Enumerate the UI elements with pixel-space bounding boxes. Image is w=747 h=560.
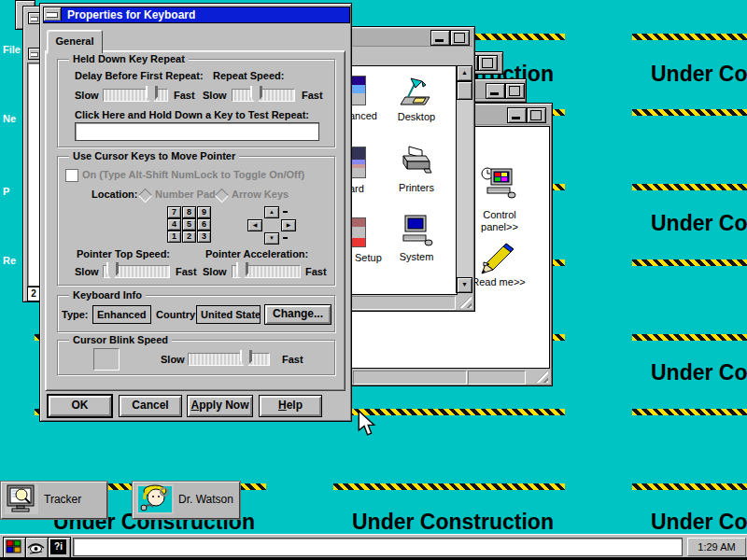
change-button[interactable]: Change...: [264, 304, 331, 325]
country-label: Country:: [156, 309, 199, 320]
slider-thumb[interactable]: [236, 262, 248, 280]
scroll-up-icon[interactable]: ▲: [457, 65, 472, 81]
numpad-keys: 789456123: [167, 206, 210, 244]
repeat-speed-slider[interactable]: [232, 89, 295, 102]
type-label: Type:: [62, 309, 89, 320]
desktop-icon-label[interactable]: Re: [3, 255, 16, 266]
minimize-button[interactable]: [507, 107, 527, 123]
keyboard-properties-dialog[interactable]: Properties for Keyboard General Held Dow…: [39, 3, 352, 422]
tab-general[interactable]: General: [47, 30, 103, 54]
clipped-icon-label[interactable]: anced: [349, 110, 377, 121]
shortcut-label[interactable]: Read me>>: [467, 276, 530, 287]
numberpad-radio[interactable]: [138, 189, 153, 203]
taskbar: ?i 1:29 AM: [0, 534, 747, 558]
numpad-key-2[interactable]: 2: [182, 231, 196, 243]
resize-grip[interactable]: [536, 371, 548, 383]
help-info-icon: ?i: [50, 539, 66, 554]
maximize-button[interactable]: [527, 107, 546, 123]
taskbar-input-field[interactable]: [73, 538, 683, 556]
numpad-key-5[interactable]: 5: [182, 218, 196, 231]
dr-watson-icon[interactable]: [136, 484, 174, 514]
clipped-icon[interactable]: [351, 147, 366, 178]
icon-label[interactable]: Printers: [390, 182, 443, 193]
icon-label[interactable]: Desktop: [390, 111, 443, 122]
background-key-button[interactable]: 2: [27, 287, 40, 301]
pointer-top-speed-label: Pointer Top Speed:: [77, 248, 170, 259]
status-bar-panel: [353, 371, 467, 385]
numpad-key-4[interactable]: 4: [167, 218, 181, 231]
shortcut-label[interactable]: Control: [473, 209, 526, 220]
numpad-key-6[interactable]: 6: [197, 218, 211, 231]
group-label: Use Cursor Keys to Move Pointer: [69, 150, 239, 161]
arrowkeys-radio-label: Arrow Keys: [232, 189, 289, 200]
delay-slider[interactable]: [103, 89, 168, 102]
control-panel-shortcut-icon[interactable]: [480, 165, 517, 203]
maximize-button[interactable]: [478, 55, 498, 71]
system-icon[interactable]: [400, 214, 433, 247]
minimize-button[interactable]: [430, 30, 450, 46]
dialog-title-bar[interactable]: Properties for Keyboard: [43, 7, 350, 23]
pointer-acceleration-slider[interactable]: [232, 265, 301, 278]
ok-button[interactable]: OK: [48, 395, 112, 417]
system-menu-icon[interactable]: [44, 7, 62, 21]
arrow-up-key[interactable]: ▲: [264, 206, 279, 218]
group-label: Cursor Blink Speed: [69, 334, 172, 345]
arrow-left-key[interactable]: ◀: [247, 219, 262, 231]
construction-tape: [632, 334, 747, 341]
printers-icon[interactable]: [400, 145, 433, 178]
arrow-down-key[interactable]: ▼: [264, 232, 279, 245]
dr-watson-minimized-window[interactable]: Dr. Watson: [133, 482, 240, 519]
test-repeat-input[interactable]: [75, 122, 319, 141]
desktop-icon-label[interactable]: P: [3, 186, 9, 197]
numpad-key-7[interactable]: 7: [167, 206, 181, 218]
slow-label: Slow: [75, 90, 99, 101]
maximize-button[interactable]: [505, 83, 525, 99]
tracker-icon[interactable]: [5, 484, 38, 514]
appearance-button[interactable]: [25, 537, 49, 559]
slider-thumb[interactable]: [146, 86, 158, 104]
tracker-minimized-window[interactable]: Tracker: [1, 482, 107, 519]
scrollbar-thumb[interactable]: [457, 81, 472, 100]
apply-now-button[interactable]: Apply Now: [187, 395, 253, 417]
desktop-icon-label[interactable]: File: [3, 44, 21, 55]
shortcut-label[interactable]: panel>>: [473, 221, 526, 232]
desktop-icon[interactable]: [400, 75, 433, 108]
minimize-button[interactable]: [486, 83, 505, 99]
slider-thumb[interactable]: [106, 262, 119, 280]
arrowkeys-radio[interactable]: [215, 189, 230, 203]
scrollbar[interactable]: ▲ ▼: [456, 65, 472, 293]
construction-tape: [632, 259, 747, 266]
slider-thumb[interactable]: [240, 350, 252, 368]
slow-label: Slow: [203, 90, 227, 101]
cursor-blink-slider[interactable]: [188, 353, 270, 366]
readme-shortcut-icon[interactable]: [480, 242, 517, 277]
cancel-button[interactable]: Cancel: [119, 395, 182, 417]
numpad-key-8[interactable]: 8: [182, 206, 196, 218]
windows-flag-icon: [4, 538, 23, 556]
slow-label: Slow: [75, 266, 99, 277]
numpad-key-3[interactable]: 3: [197, 231, 211, 243]
help-button[interactable]: Help: [259, 395, 322, 417]
scroll-down-icon[interactable]: ▼: [457, 277, 472, 293]
start-windows-button[interactable]: [3, 537, 26, 559]
fast-label: Fast: [305, 266, 327, 277]
help-info-button[interactable]: ?i: [48, 537, 71, 559]
clipped-icon-label[interactable]: Setup: [355, 252, 382, 263]
group-held-down-key-repeat: Held Down Key Repeat Delay Before First …: [57, 59, 335, 147]
on-checkbox[interactable]: [65, 169, 78, 182]
group-cursor-keys-move-pointer: Use Cursor Keys to Move Pointer On (Type…: [57, 156, 335, 286]
numpad-key-9[interactable]: 9: [197, 206, 211, 218]
slider-thumb[interactable]: [250, 86, 262, 104]
maximize-button[interactable]: [450, 30, 470, 46]
clipped-icon[interactable]: [351, 217, 366, 247]
icon-label[interactable]: System: [390, 251, 443, 262]
desktop-icon-label[interactable]: Ne: [3, 113, 16, 124]
resize-grip[interactable]: [459, 296, 472, 308]
slow-label: Slow: [203, 266, 227, 277]
numpad-key-1[interactable]: 1: [167, 231, 181, 243]
help-underline: H: [278, 399, 287, 412]
pointer-top-speed-slider[interactable]: [103, 265, 170, 278]
pointer-acceleration-label: Pointer Acceleration:: [205, 248, 308, 259]
clipped-icon[interactable]: [351, 76, 366, 105]
arrow-right-key[interactable]: ▶: [281, 219, 296, 231]
